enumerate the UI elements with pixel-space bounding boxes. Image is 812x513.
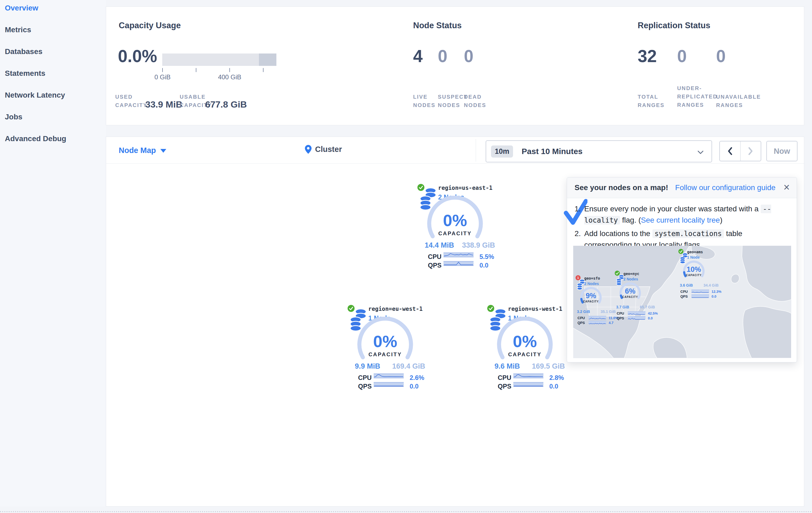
unavailable-label: UNAVAILABLE RANGES bbox=[716, 93, 764, 109]
time-range-dropdown[interactable]: 10m Past 10 Minutes bbox=[486, 140, 712, 162]
capacity-bar bbox=[162, 54, 277, 66]
svg-text:CAPACITY: CAPACITY bbox=[686, 274, 702, 277]
total-capacity: 169.5 GiB bbox=[527, 362, 565, 371]
capacity-gauge: 0% CAPACITY bbox=[356, 317, 415, 360]
node-group-us-west-1[interactable]: region=us-west-1 1 Node 0% CAPACITY 9.6 … bbox=[487, 301, 568, 394]
cpu-label: CPU bbox=[578, 316, 585, 320]
cpu-sparkline bbox=[691, 290, 709, 293]
node-group-name: geo=ams bbox=[687, 250, 703, 254]
node-group-name: region=eu-west-1 bbox=[368, 306, 423, 312]
time-step-buttons bbox=[719, 141, 761, 161]
time-range-label: Past 10 Minutes bbox=[522, 147, 583, 156]
capacity-gauge: 0% CAPACITY bbox=[426, 196, 485, 239]
chevron-down-icon bbox=[698, 151, 703, 154]
view-selector-dropdown[interactable]: Node Map bbox=[119, 146, 166, 155]
capacity-percent: 0.0% bbox=[118, 48, 157, 65]
node-group-name: region=us-west-1 bbox=[508, 306, 562, 312]
used-capacity-label: USED CAPACITY bbox=[115, 93, 147, 109]
cpu-label: CPU bbox=[617, 312, 624, 315]
svg-text:CAPACITY: CAPACITY bbox=[508, 351, 542, 357]
replication-status-title: Replication Status bbox=[638, 21, 710, 30]
configuration-guide-link[interactable]: Follow our configuration guide bbox=[675, 183, 776, 192]
capacity-gauge: 6% CAPACITY bbox=[615, 278, 648, 303]
qps-sparkline bbox=[691, 294, 709, 298]
total-capacity: 34.4 GiB bbox=[696, 283, 719, 288]
cpu-sparkline bbox=[513, 374, 543, 378]
cluster-summary-panel: Capacity Usage 0.0% 0 GiB 400 GiB USED C… bbox=[106, 6, 804, 125]
total-capacity: 338.9 GiB bbox=[458, 241, 495, 249]
qps-label: QPS bbox=[617, 316, 624, 320]
svg-text:10%: 10% bbox=[687, 265, 701, 273]
total-capacity: 65.7 GiB bbox=[632, 305, 655, 309]
sidebar-item-metrics[interactable]: Metrics bbox=[5, 26, 106, 47]
under-replicated-label: UNDER-REPLICATED RANGES bbox=[677, 84, 714, 109]
used-capacity: 3.2 GiB bbox=[577, 309, 590, 314]
dead-nodes-value: 0 bbox=[464, 48, 473, 65]
total-ranges-value: 32 bbox=[638, 48, 657, 65]
sidebar: Overview Metrics Databases Statements Ne… bbox=[0, 0, 106, 507]
capacity-gauge: 0% CAPACITY bbox=[495, 317, 554, 360]
cpu-value: 5.5% bbox=[480, 253, 494, 261]
capacity-tick bbox=[162, 68, 163, 72]
cpu-sparkline bbox=[374, 374, 404, 378]
usable-capacity-value: 677.8 GiB bbox=[205, 99, 247, 110]
breadcrumb[interactable]: Cluster bbox=[305, 145, 342, 154]
svg-text:0%: 0% bbox=[513, 332, 537, 351]
live-nodes-value: 4 bbox=[413, 48, 423, 65]
popup-instructions: 1.Ensure every node in your cluster was … bbox=[584, 203, 791, 253]
popup-title: See your nodes on a map! bbox=[575, 183, 668, 192]
sidebar-item-databases[interactable]: Databases bbox=[5, 47, 106, 69]
step-text: ) bbox=[720, 216, 722, 224]
node-status-title: Node Status bbox=[413, 21, 462, 30]
sidebar-item-statements[interactable]: Statements bbox=[5, 69, 106, 91]
capacity-tick bbox=[229, 68, 230, 72]
svg-text:CAPACITY: CAPACITY bbox=[583, 300, 599, 303]
svg-text:CAPACITY: CAPACITY bbox=[622, 296, 638, 298]
node-group-name: geo=sfo bbox=[584, 276, 600, 280]
sidebar-item-advanced-debug[interactable]: Advanced Debug bbox=[5, 134, 106, 156]
step-text: flag. ( bbox=[620, 216, 641, 224]
svg-text:CAPACITY: CAPACITY bbox=[438, 231, 472, 236]
cpu-value: 2.8% bbox=[549, 374, 564, 381]
total-capacity: 35.1 GiB bbox=[593, 309, 616, 314]
now-button[interactable]: Now bbox=[766, 141, 798, 161]
total-capacity: 169.4 GiB bbox=[387, 362, 425, 371]
capacity-tick bbox=[196, 68, 196, 72]
live-nodes-label: LIVE NODES bbox=[413, 93, 437, 109]
used-capacity: 14.4 MiB bbox=[425, 241, 454, 249]
suspect-nodes-label: SUSPECT NODES bbox=[438, 93, 463, 109]
sidebar-item-network-latency[interactable]: Network Latency bbox=[5, 91, 106, 113]
cpu-sparkline bbox=[443, 252, 473, 257]
cpu-sparkline bbox=[588, 316, 606, 319]
qps-value: 4.7 bbox=[609, 321, 613, 325]
breadcrumb-label: Cluster bbox=[315, 145, 342, 154]
capacity-usage-title: Capacity Usage bbox=[119, 21, 181, 30]
used-capacity-value: 33.9 MiB bbox=[145, 99, 182, 110]
qps-sparkline bbox=[374, 382, 404, 387]
used-capacity: 9.6 MiB bbox=[494, 362, 520, 371]
node-group-eu-west-1[interactable]: region=eu-west-1 1 Node 0% CAPACITY 9.9 … bbox=[347, 301, 428, 394]
sidebar-item-jobs[interactable]: Jobs bbox=[5, 113, 106, 134]
locality-tree-link[interactable]: See current locality tree bbox=[641, 216, 720, 224]
capacity-tick-label-0: 0 GiB bbox=[154, 73, 171, 81]
svg-text:0%: 0% bbox=[373, 332, 397, 351]
qps-value: 0.0 bbox=[480, 262, 488, 269]
node-group-name: geo=nyc bbox=[624, 272, 639, 276]
capacity-bar-nonusable bbox=[259, 54, 277, 66]
bottom-fold-divider bbox=[0, 511, 812, 512]
close-icon[interactable]: × bbox=[784, 182, 790, 192]
qps-sparkline bbox=[628, 316, 645, 319]
qps-sparkline bbox=[513, 382, 543, 387]
qps-value: 0.0 bbox=[712, 294, 716, 298]
time-forward-button[interactable] bbox=[741, 141, 761, 161]
cpu-sparkline bbox=[628, 312, 645, 315]
node-group-name: region=us-east-1 bbox=[438, 185, 492, 191]
time-back-button[interactable] bbox=[720, 141, 741, 161]
total-ranges-label: TOTAL RANGES bbox=[638, 93, 667, 109]
chevron-left-icon bbox=[728, 147, 732, 155]
node-group-us-east-1[interactable]: region=us-east-1 2 Nodes 0% CAPACITY 14.… bbox=[417, 180, 498, 273]
svg-text:6%: 6% bbox=[625, 287, 635, 295]
sidebar-item-overview[interactable]: Overview bbox=[5, 4, 106, 26]
capacity-tick bbox=[263, 68, 263, 72]
under-replicated-value: 0 bbox=[677, 48, 687, 65]
